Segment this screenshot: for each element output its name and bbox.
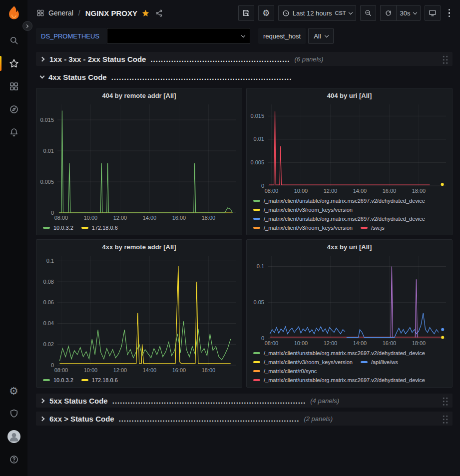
row-drag-handle[interactable] (442, 54, 448, 64)
datasource-label-text: DS_PROMETHEUS (41, 32, 99, 40)
series-color-swatch (253, 352, 260, 354)
time-range-picker[interactable]: Last 12 hours CST (278, 5, 356, 21)
sidebar-item-alerting[interactable] (0, 121, 27, 144)
more-options-button[interactable] (445, 9, 455, 17)
dashboards-grid-icon (9, 81, 19, 91)
legend-item[interactable]: /_matrix/client/r0/sync (253, 367, 317, 375)
svg-text:0: 0 (261, 183, 264, 189)
sidebar-item-configuration[interactable]: ⚙ (0, 379, 27, 402)
legend-item[interactable]: 172.18.0.6 (81, 376, 118, 384)
series-color-swatch (253, 209, 260, 211)
row-leader-dots: ........................................… (119, 415, 300, 423)
svg-text:0.05: 0.05 (254, 299, 264, 305)
svg-text:18:00: 18:00 (412, 340, 426, 346)
legend-item[interactable]: /sw.js (361, 224, 385, 232)
row-4xx-status-code[interactable]: 4xx Status Code ........................… (36, 70, 453, 84)
chart-legend: /_matrix/client/unstable/org.matrix.msc2… (247, 348, 452, 387)
row-title: 5xx Status Code (49, 397, 108, 405)
chart-legend: 10.0.3.2172.18.0.6 (36, 223, 242, 235)
svg-text:08:00: 08:00 (265, 188, 279, 194)
svg-text:10:00: 10:00 (84, 215, 98, 221)
legend-item[interactable]: /_matrix/client/unstable/org.matrix.msc2… (253, 197, 425, 205)
share-icon[interactable] (155, 9, 163, 17)
row-6xx-status-code[interactable]: 6xx > Status Code ......................… (36, 412, 453, 426)
sidebar-item-profile[interactable] (0, 425, 27, 448)
time-series-chart[interactable]: 00.020.040.060.080.108:0010:0012:0014:00… (36, 252, 242, 375)
svg-text:0.015: 0.015 (250, 113, 264, 119)
series-color-swatch (253, 227, 260, 229)
help-icon (9, 455, 19, 465)
legend-item[interactable]: 10.0.3.2 (43, 224, 73, 232)
star-icon (9, 58, 19, 68)
datasource-variable-label: DS_PROMETHEUS (36, 28, 107, 44)
favorite-star-icon[interactable] (141, 9, 150, 17)
svg-text:0.01: 0.01 (43, 148, 54, 154)
sidebar-expand-button[interactable] (22, 21, 32, 31)
sidebar-item-server-admin[interactable] (0, 402, 27, 425)
dashboard-title[interactable]: NGINX PROXY (85, 9, 137, 17)
legend-item[interactable]: 172.18.0.6 (81, 224, 118, 232)
grafana-flame-icon (5, 5, 22, 22)
panel-title[interactable]: 4xx by uri [All] (247, 240, 452, 252)
legend-item[interactable]: /_matrix/client/unstable/org.matrix.msc2… (253, 349, 425, 357)
sidebar-item-help[interactable] (0, 448, 27, 471)
cycle-view-mode-button[interactable] (425, 5, 441, 21)
panel-title[interactable]: 404 by uri [All] (247, 88, 452, 100)
legend-label: 10.0.3.2 (53, 376, 73, 384)
legend-item[interactable]: /api/live/ws (361, 358, 398, 366)
chevron-right-icon (40, 398, 45, 403)
legend-item[interactable]: /_matrix/client/unstable/org.matrix.msc2… (253, 376, 425, 384)
request-host-label-text: request_host (263, 32, 301, 40)
breadcrumb-section[interactable]: General (48, 9, 73, 17)
svg-text:08:00: 08:00 (265, 340, 279, 346)
svg-text:10:00: 10:00 (84, 367, 98, 373)
svg-text:16:00: 16:00 (172, 215, 186, 221)
zoom-out-button[interactable] (360, 5, 376, 21)
time-series-chart[interactable]: 00.0050.010.01508:0010:0012:0014:0016:00… (247, 100, 452, 196)
time-series-chart[interactable]: 00.050.108:0010:0012:0014:0016:0018:00 (247, 252, 452, 348)
refresh-interval-dropdown[interactable]: 30s (396, 5, 421, 21)
legend-label: 172.18.0.6 (92, 376, 118, 384)
time-series-chart[interactable]: 00.0050.010.01508:0010:0012:0014:0016:00… (36, 100, 242, 223)
grafana-logo[interactable] (5, 5, 22, 22)
sidebar-item-starred[interactable] (0, 52, 27, 75)
star-filled-icon (141, 9, 150, 17)
legend-label: 172.18.0.6 (92, 224, 118, 232)
svg-text:0.005: 0.005 (40, 179, 54, 185)
chart-legend: /_matrix/client/unstable/org.matrix.msc2… (247, 196, 452, 235)
series-color-swatch (43, 227, 50, 229)
svg-text:12:00: 12:00 (324, 188, 338, 194)
legend-item[interactable]: /_matrix/client/v3/room_keys/version (253, 358, 353, 366)
row-drag-handle[interactable] (442, 396, 448, 406)
row-5xx-status-code[interactable]: 5xx Status Code ........................… (36, 394, 453, 408)
svg-text:10:00: 10:00 (294, 340, 308, 346)
person-icon (7, 430, 20, 443)
legend-item[interactable]: /_matrix/client/unstable/org.matrix.msc2… (253, 215, 425, 223)
dashboard-canvas: 1xx - 3xx - 2xx Status Code ............… (27, 48, 460, 476)
legend-label: /_matrix/client/v3/room_keys/version (264, 358, 353, 366)
legend-item[interactable]: 10.0.3.2 (43, 376, 73, 384)
legend-item[interactable]: /_matrix/client/v3/room_keys/version (253, 206, 353, 214)
panel-title[interactable]: 404 by remote addr [All] (36, 88, 242, 100)
sidebar-item-explore[interactable] (0, 98, 27, 121)
svg-text:18:00: 18:00 (202, 367, 216, 373)
request-host-variable-select[interactable]: All (308, 28, 333, 44)
row-1xx-3xx-2xx-status-code[interactable]: 1xx - 3xx - 2xx Status Code ............… (36, 52, 453, 66)
row-title: 4xx Status Code (48, 73, 107, 81)
panel-404-by-uri: 404 by uri [All] 00.0050.010.01508:0010:… (246, 88, 453, 235)
zoom-out-icon (364, 9, 372, 17)
monitor-icon (429, 9, 437, 17)
panel-title[interactable]: 4xx by remote addr [All] (36, 240, 242, 252)
time-range-label: Last 12 hours (293, 9, 332, 17)
dashboard-settings-button[interactable]: ⚙ (258, 5, 274, 21)
sidebar-item-dashboards[interactable] (0, 75, 27, 98)
row-leader-dots: ........................................… (150, 55, 290, 63)
refresh-button[interactable] (380, 5, 396, 21)
legend-item[interactable]: /_matrix/client/v3/room_keys/version (253, 224, 353, 232)
search-icon (9, 35, 19, 45)
sidebar: ⚙ (0, 0, 27, 476)
save-dashboard-button[interactable] (238, 5, 254, 21)
datasource-variable-select[interactable] (107, 28, 250, 44)
sidebar-item-search[interactable] (0, 29, 27, 52)
row-drag-handle[interactable] (442, 414, 448, 424)
